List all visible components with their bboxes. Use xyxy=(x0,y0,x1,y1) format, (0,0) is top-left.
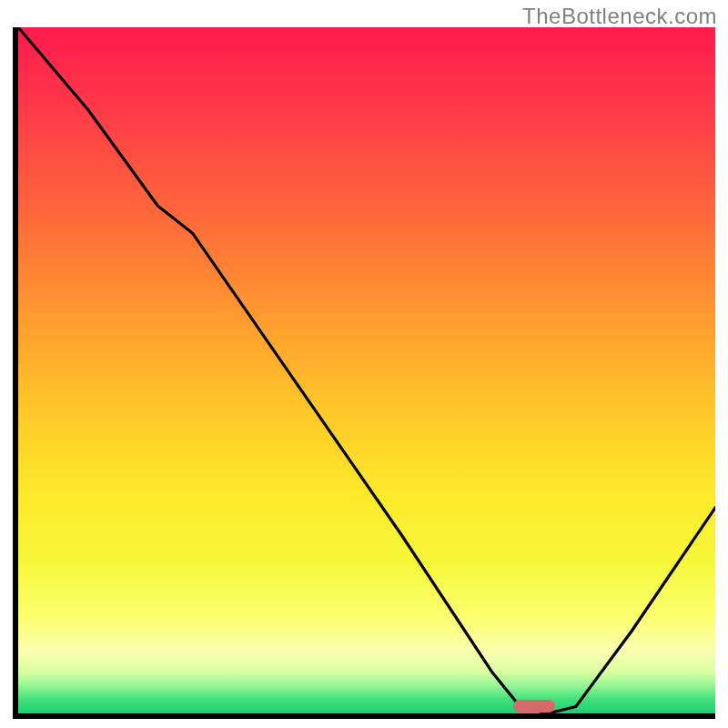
curve-svg xyxy=(18,27,715,713)
optimal-marker xyxy=(513,700,555,713)
plot-frame xyxy=(13,27,715,719)
watermark-text: TheBottleneck.com xyxy=(522,4,717,29)
bottleneck-curve xyxy=(18,27,715,713)
chart-container: TheBottleneck.com xyxy=(0,0,728,728)
